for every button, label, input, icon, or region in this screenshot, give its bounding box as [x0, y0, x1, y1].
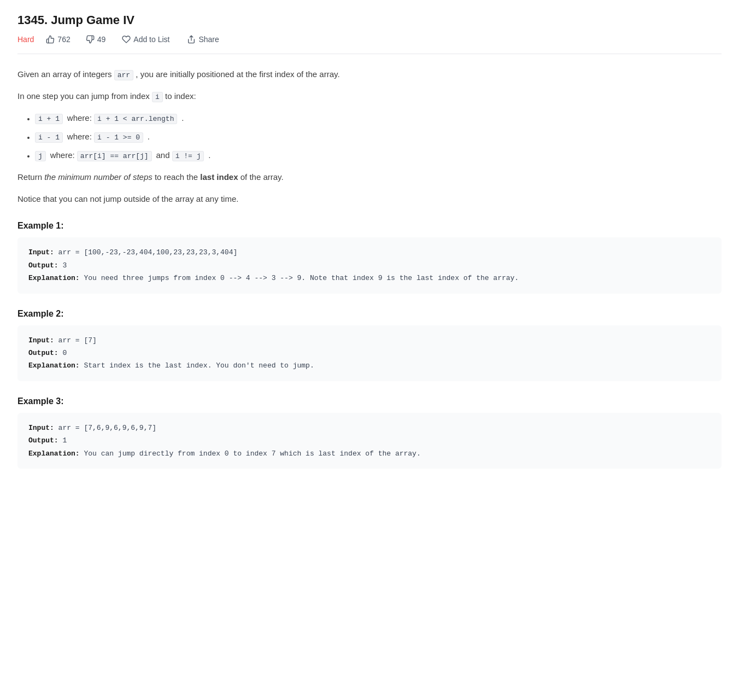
downvote-count: 49	[97, 35, 106, 44]
jump-rules-list: i + 1 where: i + 1 < arr.length . i - 1 …	[17, 111, 722, 162]
explanation-label-3: Explanation:	[28, 450, 80, 458]
rule2-condition: i - 1 >= 0	[94, 132, 143, 143]
rule2-dot: .	[148, 132, 150, 141]
explanation-label-1: Explanation:	[28, 274, 80, 282]
example-heading-1: Example 1:	[17, 221, 722, 231]
example-code-block-2: Input: arr = [7] Output: 0 Explanation: …	[17, 325, 722, 381]
list-item-2: i - 1 where: i - 1 >= 0 .	[35, 130, 722, 144]
share-icon	[187, 35, 196, 44]
desc2-start: In one step you can jump from index	[17, 91, 150, 101]
problem-title: 1345. Jump Game IV	[17, 13, 722, 27]
desc1-text: Given an array of integers	[17, 69, 112, 79]
heart-icon	[122, 35, 131, 44]
rule1-code1: i + 1	[35, 114, 63, 124]
examples-container: Example 1:Input: arr = [100,-23,-23,404,…	[17, 221, 722, 469]
rule2-where: where:	[67, 132, 94, 141]
rule1-condition: i + 1 < arr.length	[94, 114, 177, 124]
meta-row: Hard 762 49 Add to List Share	[17, 34, 722, 54]
rule3-condition1: arr[i] == arr[j]	[77, 151, 152, 161]
rule3-code1: j	[35, 151, 46, 161]
example-heading-3: Example 3:	[17, 396, 722, 406]
example-code-block-1: Input: arr = [100,-23,-23,404,100,23,23,…	[17, 237, 722, 293]
return-para: Return the minimum number of steps to re…	[17, 170, 722, 184]
difficulty-badge: Hard	[17, 35, 34, 44]
thumbs-down-icon	[86, 35, 95, 44]
output-label-1: Output:	[28, 261, 58, 270]
content-area: Given an array of integers arr , you are…	[17, 63, 722, 469]
thumbs-up-icon	[46, 35, 55, 44]
output-label-2: Output:	[28, 349, 58, 357]
add-to-list-label: Add to List	[133, 35, 169, 44]
share-label: Share	[198, 35, 219, 44]
description-para-1: Given an array of integers arr , you are…	[17, 67, 722, 81]
return-text-before: Return	[17, 172, 42, 182]
rule3-condition2: i != j	[172, 151, 204, 161]
desc1-cont: , you are initially positioned at the fi…	[136, 69, 339, 79]
add-to-list-button[interactable]: Add to List	[118, 34, 174, 45]
return-bold: last index	[200, 172, 240, 182]
list-item-1: i + 1 where: i + 1 < arr.length .	[35, 111, 722, 125]
explanation-label-2: Explanation:	[28, 361, 80, 370]
upvote-button[interactable]: 762	[43, 34, 73, 45]
notice-para: Notice that you can not jump outside of …	[17, 192, 722, 206]
return-italic: the minimum number of steps	[44, 172, 155, 182]
example-code-block-3: Input: arr = [7,6,9,6,9,6,9,7] Output: 1…	[17, 413, 722, 469]
return-text-mid: to reach the	[155, 172, 198, 182]
rule3-dot: .	[208, 150, 210, 160]
output-label-3: Output:	[28, 436, 58, 445]
return-text-end: of the array.	[241, 172, 284, 182]
rule3-and: and	[156, 150, 172, 160]
example-heading-2: Example 2:	[17, 309, 722, 319]
rule2-code1: i - 1	[35, 132, 63, 143]
input-label-2: Input:	[28, 336, 54, 345]
i-inline-code: i	[152, 92, 163, 102]
share-button[interactable]: Share	[183, 34, 223, 45]
rule1-dot: .	[181, 113, 184, 122]
rule3-where: where:	[50, 150, 77, 160]
upvote-count: 762	[57, 35, 70, 44]
downvote-button[interactable]: 49	[83, 34, 109, 45]
arr-inline-code: arr	[114, 70, 133, 80]
list-item-3: j where: arr[i] == arr[j] and i != j .	[35, 148, 722, 162]
input-label-3: Input:	[28, 424, 54, 432]
input-label-1: Input:	[28, 248, 54, 256]
rule1-where: where:	[67, 113, 94, 122]
description-para-2: In one step you can jump from index i to…	[17, 89, 722, 103]
desc2-end: to index:	[165, 91, 196, 101]
